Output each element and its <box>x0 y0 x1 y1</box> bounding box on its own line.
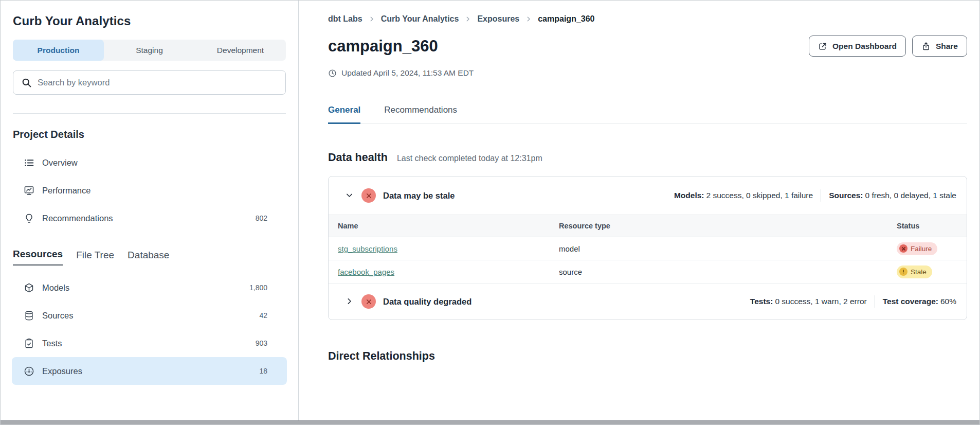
breadcrumb: dbt Labs Curb Your Analytics Exposures c… <box>328 14 967 24</box>
project-details-heading: Project Details <box>13 129 286 140</box>
external-link-icon <box>818 42 827 51</box>
status-badge-failure: Failure <box>897 242 937 255</box>
dbt-explorer-window: Curb Your Analytics Production Staging D… <box>0 0 980 425</box>
column-name: Name <box>329 222 559 230</box>
sidebar-item-exposures[interactable]: Exposures 18 <box>12 357 287 385</box>
env-tab-development[interactable]: Development <box>195 40 286 61</box>
breadcrumb-project[interactable]: Curb Your Analytics <box>381 14 459 24</box>
project-title: Curb Your Analytics <box>13 14 286 28</box>
detail-tabs: General Recommendations <box>328 105 967 123</box>
breadcrumb-current: campaign_360 <box>538 14 594 24</box>
environment-switcher: Production Staging Development <box>13 40 286 61</box>
quality-group-row[interactable]: Data quality degraded Tests:0 success, 1… <box>329 284 967 320</box>
open-dashboard-button[interactable]: Open Dashboard <box>809 36 906 57</box>
resource-type: model <box>559 244 897 253</box>
env-tab-staging[interactable]: Staging <box>104 40 195 61</box>
table-row: stg_subscriptions model Failure <box>329 237 967 260</box>
search-input[interactable] <box>38 78 278 87</box>
clipboard-check-icon <box>24 338 34 349</box>
project-details-list: Overview Performance Recommendations 802 <box>1 149 298 232</box>
tab-general[interactable]: General <box>328 105 360 124</box>
chevron-right-icon <box>464 15 471 23</box>
stale-group-stats: Models:2 success, 0 skipped, 1 failure S… <box>674 189 956 202</box>
share-button[interactable]: Share <box>912 36 967 57</box>
column-resource-type: Resource type <box>559 222 897 230</box>
coverage-stat: Test coverage:60% <box>883 297 956 306</box>
clock-icon <box>328 69 337 78</box>
quality-group-stats: Tests:0 success, 1 warn, 2 error Test co… <box>750 295 956 308</box>
sources-stat: Sources:0 fresh, 0 delayed, 1 stale <box>829 191 956 200</box>
page-header: campaign_360 Open Dashboard Share <box>328 36 967 57</box>
sidebar-item-overview[interactable]: Overview <box>12 149 287 176</box>
table-row: facebook_pages source Stale <box>329 260 967 284</box>
cube-icon <box>24 282 34 293</box>
sidebar-divider <box>13 113 286 114</box>
tests-stat: Tests:0 success, 1 warn, 2 error <box>750 297 867 306</box>
resource-view-tabs: Resources File Tree Database <box>13 249 286 265</box>
resources-list: Models 1,800 Sources 42 Tests 903 <box>1 274 298 385</box>
stale-group-title: Data may be stale <box>383 191 455 201</box>
resource-link-stg-subscriptions[interactable]: stg_subscriptions <box>338 244 397 253</box>
lightbulb-icon <box>24 213 34 224</box>
stale-resources-table: Name Resource type Status stg_subscripti… <box>329 215 967 284</box>
error-circle-icon <box>361 294 376 309</box>
breadcrumb-dbt-labs[interactable]: dbt Labs <box>328 14 362 24</box>
resource-link-facebook-pages[interactable]: facebook_pages <box>338 268 394 276</box>
tab-database[interactable]: Database <box>128 250 169 265</box>
search-icon <box>21 77 32 88</box>
gauge-icon <box>24 366 34 377</box>
sidebar-item-recommendations[interactable]: Recommendations 802 <box>12 204 287 232</box>
sidebar-item-tests[interactable]: Tests 903 <box>12 329 287 357</box>
stat-divider <box>821 189 821 202</box>
table-header: Name Resource type Status <box>329 215 967 237</box>
chevron-right-icon[interactable] <box>343 296 355 307</box>
sidebar-item-performance[interactable]: Performance <box>12 176 287 204</box>
tab-file-tree[interactable]: File Tree <box>76 250 114 265</box>
tab-recommendations[interactable]: Recommendations <box>384 105 457 123</box>
chevron-right-icon <box>525 15 532 23</box>
stat-divider <box>875 295 875 308</box>
warning-exclamation-icon <box>899 268 908 276</box>
header-actions: Open Dashboard Share <box>809 36 967 57</box>
error-circle-icon <box>361 188 376 203</box>
stale-group-row[interactable]: Data may be stale Models:2 success, 0 sk… <box>329 176 967 215</box>
status-badge-stale: Stale <box>897 265 932 278</box>
tab-resources[interactable]: Resources <box>13 249 63 265</box>
chevron-down-icon[interactable] <box>343 190 355 201</box>
database-icon <box>24 310 34 321</box>
last-check-text: Last check completed today at 12:31pm <box>397 154 542 163</box>
page-title: campaign_360 <box>328 37 438 56</box>
list-icon <box>24 157 34 168</box>
share-icon <box>921 42 931 51</box>
resource-type: source <box>559 268 897 276</box>
sidebar-item-models[interactable]: Models 1,800 <box>12 274 287 302</box>
quality-group-title: Data quality degraded <box>383 297 471 307</box>
failure-x-icon <box>899 244 908 253</box>
main-panel: dbt Labs Curb Your Analytics Exposures c… <box>299 1 980 421</box>
search-box[interactable] <box>13 70 286 95</box>
data-health-header: Data health Last check completed today a… <box>328 151 967 164</box>
window-bottom-edge <box>1 420 979 424</box>
direct-relationships-title: Direct Relationships <box>328 350 967 363</box>
models-stat: Models:2 success, 0 skipped, 1 failure <box>674 191 813 200</box>
updated-timestamp: Updated April 5, 2024, 11:53 AM EDT <box>328 68 967 78</box>
column-status: Status <box>897 222 967 230</box>
data-health-card: Data may be stale Models:2 success, 0 sk… <box>328 176 967 320</box>
breadcrumb-exposures[interactable]: Exposures <box>477 14 519 24</box>
performance-chart-icon <box>24 185 34 196</box>
data-health-title: Data health <box>328 151 388 164</box>
env-tab-production[interactable]: Production <box>13 40 104 61</box>
sidebar-item-sources[interactable]: Sources 42 <box>12 302 287 329</box>
chevron-right-icon <box>368 15 375 23</box>
project-sidebar: Curb Your Analytics Production Staging D… <box>1 1 299 421</box>
